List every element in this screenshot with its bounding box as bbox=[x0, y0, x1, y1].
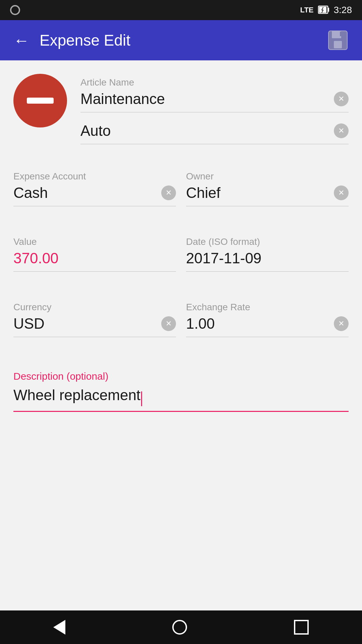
date-value: 2017-11-09 bbox=[186, 250, 349, 267]
currency-group: Currency USD bbox=[13, 295, 176, 354]
currency-value: USD bbox=[13, 315, 161, 332]
owner-value: Chief bbox=[186, 184, 334, 201]
expense-account-clear-button[interactable] bbox=[161, 185, 176, 200]
nav-recent-icon bbox=[294, 620, 309, 635]
page-title: Expense Edit bbox=[40, 31, 130, 49]
owner-label: Owner bbox=[186, 171, 349, 182]
value-value: 370.00 bbox=[13, 250, 176, 267]
expense-account-group: Expense Account Cash bbox=[13, 164, 176, 223]
article-section: Article Name Maintenance Auto bbox=[13, 74, 349, 154]
nav-home-icon bbox=[172, 620, 187, 635]
back-button[interactable]: ← bbox=[13, 31, 29, 50]
currency-clear-button[interactable] bbox=[161, 316, 176, 331]
exchange-rate-group: Exchange Rate 1.00 bbox=[186, 295, 349, 354]
currency-label: Currency bbox=[13, 302, 176, 313]
article-fields: Article Name Maintenance Auto bbox=[80, 74, 349, 154]
article-sub-field[interactable]: Auto bbox=[80, 122, 349, 144]
form-content: Article Name Maintenance Auto Expense Ac… bbox=[0, 60, 362, 412]
svg-rect-8 bbox=[334, 41, 342, 48]
expense-account-field[interactable]: Cash bbox=[13, 184, 176, 206]
svg-rect-7 bbox=[332, 31, 341, 38]
battery-icon bbox=[318, 4, 330, 16]
owner-clear-button[interactable] bbox=[334, 185, 349, 200]
expense-account-value: Cash bbox=[13, 184, 161, 201]
currency-exchange-row: Currency USD Exchange Rate 1.00 bbox=[13, 295, 349, 354]
nav-recent-button[interactable] bbox=[294, 620, 309, 635]
expense-type-icon bbox=[13, 74, 67, 127]
value-date-row: Value 370.00 Date (ISO format) 2017-11-0… bbox=[13, 230, 349, 288]
owner-field[interactable]: Chief bbox=[186, 184, 349, 206]
article-name-clear-button[interactable] bbox=[334, 92, 349, 106]
bottom-navigation bbox=[0, 610, 362, 644]
owner-group: Owner Chief bbox=[186, 164, 349, 223]
article-name-field[interactable]: Maintenance bbox=[80, 91, 349, 112]
text-cursor bbox=[141, 391, 142, 406]
svg-rect-1 bbox=[328, 8, 329, 12]
description-value: Wheel replacement bbox=[13, 387, 140, 403]
nav-back-icon bbox=[53, 620, 65, 635]
exchange-rate-field[interactable]: 1.00 bbox=[186, 315, 349, 337]
article-name-value: Maintenance bbox=[80, 91, 334, 107]
app-bar-left: ← Expense Edit bbox=[13, 31, 130, 50]
app-bar: ← Expense Edit bbox=[0, 20, 362, 60]
description-label: Description (optional) bbox=[13, 371, 349, 382]
nav-home-button[interactable] bbox=[172, 620, 187, 635]
article-name-label: Article Name bbox=[80, 77, 349, 88]
date-label: Date (ISO format) bbox=[186, 236, 349, 247]
exchange-rate-clear-button[interactable] bbox=[334, 316, 349, 331]
value-group: Value 370.00 bbox=[13, 230, 176, 288]
expense-account-label: Expense Account bbox=[13, 171, 176, 182]
account-owner-row: Expense Account Cash Owner Chief bbox=[13, 164, 349, 223]
save-button[interactable] bbox=[327, 30, 349, 51]
signal-circle bbox=[10, 5, 20, 15]
time-display: 3:28 bbox=[334, 5, 352, 15]
description-field[interactable]: Wheel replacement bbox=[13, 387, 349, 412]
status-bar: LTE 3:28 bbox=[0, 0, 362, 20]
article-sub-clear-button[interactable] bbox=[334, 123, 349, 138]
status-bar-left bbox=[10, 5, 20, 15]
minus-icon bbox=[27, 98, 54, 104]
date-field[interactable]: 2017-11-09 bbox=[186, 250, 349, 272]
currency-field[interactable]: USD bbox=[13, 315, 176, 337]
status-bar-right: LTE 3:28 bbox=[300, 4, 352, 16]
value-label: Value bbox=[13, 236, 176, 247]
description-section: Description (optional) Wheel replacement bbox=[13, 361, 349, 412]
exchange-rate-label: Exchange Rate bbox=[186, 302, 349, 313]
lte-icon: LTE bbox=[300, 6, 314, 14]
exchange-rate-value: 1.00 bbox=[186, 315, 334, 332]
svg-rect-9 bbox=[340, 32, 342, 36]
article-sub-value: Auto bbox=[80, 122, 334, 139]
value-field[interactable]: 370.00 bbox=[13, 250, 176, 272]
nav-back-button[interactable] bbox=[53, 620, 65, 635]
date-group: Date (ISO format) 2017-11-09 bbox=[186, 230, 349, 288]
